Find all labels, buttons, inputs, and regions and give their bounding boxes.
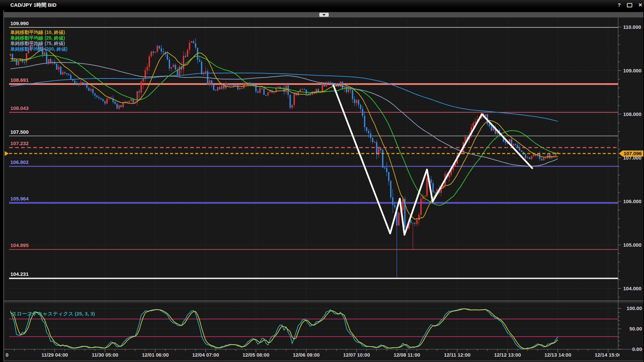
svg-text:12/11 12:00: 12/11 12:00 [444, 352, 470, 358]
svg-text:107.232: 107.232 [10, 140, 29, 146]
svg-text:11/30 05:00: 11/30 05:00 [92, 352, 118, 358]
svg-text:104.000: 104.000 [623, 286, 641, 291]
svg-text:0: 0 [6, 352, 8, 358]
svg-text:106.802: 106.802 [10, 159, 29, 165]
svg-text:105.964: 105.964 [10, 196, 29, 201]
svg-text:12/13 14:00: 12/13 14:00 [544, 352, 571, 358]
svg-text:12/14 15:00: 12/14 15:00 [595, 352, 622, 358]
svg-text:12/12 13:00: 12/12 13:00 [494, 352, 521, 358]
ma-legend: 単純移動平均線 (10, 終値)単純移動平均線 (25, 終値)単純移動平均線 … [10, 29, 67, 52]
svg-text:107.096: 107.096 [624, 150, 642, 156]
svg-text:11/29 04:00: 11/29 04:00 [41, 352, 68, 358]
svg-text:100.00: 100.00 [627, 305, 642, 311]
trading-app-window: { "window": { "title": "CAD/JPY 1時間 BID"… [0, 0, 644, 362]
chart-background [4, 17, 643, 361]
svg-text:107.500: 107.500 [10, 129, 29, 135]
svg-text:50.00: 50.00 [629, 326, 642, 331]
svg-text:104.231: 104.231 [10, 271, 29, 277]
svg-text:105.000: 105.000 [623, 242, 641, 248]
svg-text:12/04 07:00: 12/04 07:00 [192, 352, 219, 358]
legend-item-sma10: 単純移動平均線 (10, 終値) [10, 29, 67, 35]
svg-text:106.000: 106.000 [623, 198, 641, 204]
svg-text:108.691: 108.691 [10, 77, 29, 83]
legend-item-sma75: 単純移動平均線 (75, 終値) [10, 41, 67, 46]
svg-text:12/08 11:00: 12/08 11:00 [393, 352, 420, 358]
svg-text:104.895: 104.895 [10, 242, 29, 248]
svg-text:110.000: 110.000 [623, 24, 641, 30]
svg-text:109.000: 109.000 [623, 68, 641, 73]
legend-item-sma200: 単純移動平均線 (200, 終値) [10, 46, 67, 52]
svg-text:12/05 08:00: 12/05 08:00 [243, 352, 269, 358]
svg-text:12/01 06:00: 12/01 06:00 [142, 352, 169, 358]
legend-item-sma25: 単純移動平均線 (25, 終値) [10, 35, 67, 41]
svg-text:109.990: 109.990 [10, 20, 29, 26]
stochastic-legend-label: スローストキャスティクス (25, 3, 3) [12, 311, 95, 317]
chart-canvas[interactable]: 109.990108.691108.043107.500107.232106.8… [0, 0, 644, 362]
svg-text:108.043: 108.043 [10, 105, 29, 111]
svg-text:12/07 10:00: 12/07 10:00 [343, 352, 370, 358]
svg-text:12/06 09:00: 12/06 09:00 [293, 352, 320, 358]
svg-text:108.000: 108.000 [623, 111, 641, 117]
